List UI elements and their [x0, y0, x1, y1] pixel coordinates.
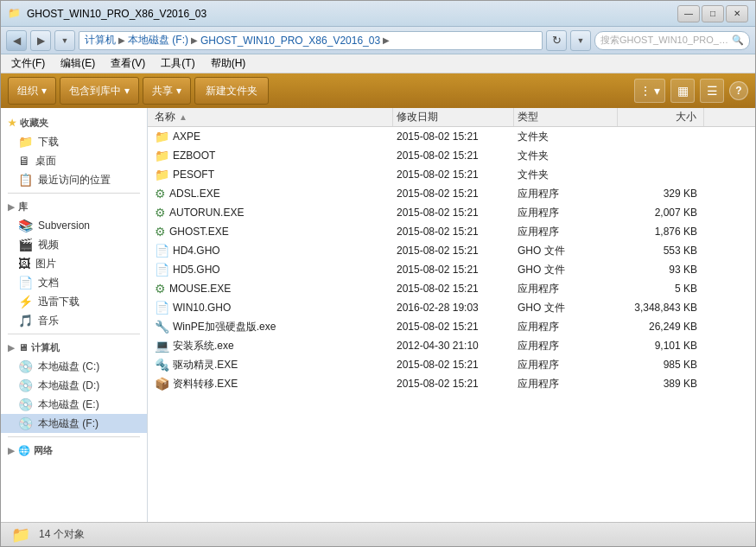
- share-label: 共享: [152, 84, 173, 99]
- new-folder-button[interactable]: 新建文件夹: [194, 77, 269, 105]
- file-type-cell: 应用程序: [514, 187, 618, 201]
- table-row[interactable]: 📁 PESOFT 2015-08-02 15:21 文件夹: [148, 165, 755, 184]
- video-icon: 🎬: [18, 238, 33, 251]
- file-icon: 📁: [155, 168, 169, 181]
- organize-label: 组织: [17, 84, 38, 99]
- close-button[interactable]: ✕: [726, 5, 748, 22]
- search-bar[interactable]: 搜索GHOST_WIN10_PRO_X86_V2016_... 🔍: [594, 31, 750, 50]
- sidebar-item-drive-e[interactable]: 💿 本地磁盘 (E:): [1, 395, 147, 414]
- sidebar-item-video[interactable]: 🎬 视频: [1, 235, 147, 254]
- view-details-button[interactable]: ☰: [700, 79, 724, 103]
- breadcrumb-drive[interactable]: 本地磁盘 (F:): [128, 33, 188, 48]
- file-size-cell: 9,101 KB: [618, 340, 704, 352]
- sidebar-computer-header[interactable]: ▶ 🖥 计算机: [1, 338, 147, 357]
- col-header-name[interactable]: 名称 ▲: [151, 108, 393, 126]
- recent-locations-button[interactable]: ▼: [54, 30, 75, 51]
- file-icon: 📁: [155, 130, 169, 143]
- file-type-cell: 文件夹: [514, 130, 618, 144]
- table-row[interactable]: 📄 HD5.GHO 2015-08-02 15:21 GHO 文件 93 KB: [148, 260, 755, 279]
- menu-bar: 文件(F) 编辑(E) 查看(V) 工具(T) 帮助(H): [1, 54, 755, 73]
- sidebar-divider-2: [8, 334, 140, 334]
- menu-help[interactable]: 帮助(H): [204, 54, 253, 73]
- sidebar-item-documents[interactable]: 📄 文档: [1, 273, 147, 292]
- disk-e-icon: 💿: [18, 398, 33, 411]
- table-row[interactable]: 📁 EZBOOT 2015-08-02 15:21 文件夹: [148, 146, 755, 165]
- file-icon: 🔧: [155, 320, 169, 334]
- file-name-cell: 💻 安装系统.exe: [151, 339, 393, 353]
- file-icon: ⚙: [155, 225, 166, 239]
- table-row[interactable]: 📦 资料转移.EXE 2015-08-02 15:21 应用程序 389 KB: [148, 374, 755, 393]
- sidebar-network-header[interactable]: ▶ 🌐 网络: [1, 441, 147, 460]
- file-name-cell: 📁 PESOFT: [151, 168, 393, 181]
- table-row[interactable]: 📄 WIN10.GHO 2016-02-28 19:03 GHO 文件 3,34…: [148, 298, 755, 317]
- table-row[interactable]: ⚙ MOUSE.EXE 2015-08-02 15:21 应用程序 5 KB: [148, 279, 755, 298]
- search-icon[interactable]: 🔍: [732, 35, 744, 46]
- sidebar-item-subversion[interactable]: 📚 Subversion: [1, 216, 147, 235]
- help-button[interactable]: ?: [729, 81, 748, 100]
- table-row[interactable]: 🔩 驱动精灵.EXE 2015-08-02 15:21 应用程序 985 KB: [148, 355, 755, 374]
- previous-locations-button[interactable]: ▼: [570, 30, 591, 51]
- sidebar: ★ 收藏夹 📁 下载 🖥 桌面 📋 最近访问的位置: [1, 108, 148, 522]
- table-row[interactable]: 📄 HD4.GHO 2015-08-02 15:21 GHO 文件 553 KB: [148, 241, 755, 260]
- breadcrumb-computer[interactable]: 计算机: [85, 33, 116, 48]
- file-icon: ⚙: [155, 206, 166, 219]
- file-size-cell: 3,348,843 KB: [618, 302, 704, 314]
- file-icon: 💻: [155, 339, 169, 353]
- file-name-cell: 📄 HD5.GHO: [151, 263, 393, 277]
- sidebar-favorites-header[interactable]: ★ 收藏夹: [1, 113, 147, 132]
- folder-icon: 📁: [18, 135, 33, 149]
- maximize-button[interactable]: □: [702, 5, 724, 22]
- menu-edit[interactable]: 编辑(E): [54, 54, 102, 73]
- file-date-cell: 2015-08-02 15:21: [393, 207, 514, 219]
- file-list-area: 名称 ▲ 修改日期 类型 大小 📁 AXPE 2015-08-: [148, 108, 755, 522]
- disk-f-icon: 💿: [18, 417, 33, 430]
- back-button[interactable]: ◀: [6, 30, 27, 51]
- share-dropdown-icon: ▾: [176, 85, 181, 97]
- title-bar: 📁 GHOST_WIN10_PRO_X86_V2016_03 — □ ✕: [1, 1, 755, 27]
- organize-button[interactable]: 组织 ▾: [8, 77, 56, 105]
- thunder-icon: ⚡: [18, 295, 33, 308]
- table-row[interactable]: ⚙ ADSL.EXE 2015-08-02 15:21 应用程序 329 KB: [148, 184, 755, 203]
- library-collapse-icon: ▶: [8, 202, 15, 212]
- sidebar-item-pictures[interactable]: 🖼 图片: [1, 254, 147, 273]
- table-row[interactable]: 💻 安装系统.exe 2012-04-30 21:10 应用程序 9,101 K…: [148, 336, 755, 355]
- breadcrumb-current[interactable]: GHOST_WIN10_PRO_X86_V2016_03: [200, 35, 380, 47]
- menu-view[interactable]: 查看(V): [104, 54, 152, 73]
- forward-button[interactable]: ▶: [30, 30, 51, 51]
- table-row[interactable]: ⚙ GHOST.EXE 2015-08-02 15:21 应用程序 1,876 …: [148, 222, 755, 241]
- col-header-type[interactable]: 类型: [514, 108, 618, 126]
- search-placeholder: 搜索GHOST_WIN10_PRO_X86_V2016_...: [600, 34, 732, 47]
- sidebar-library-header[interactable]: ▶ 库: [1, 197, 147, 216]
- col-header-date[interactable]: 修改日期: [393, 108, 514, 126]
- table-row[interactable]: 🔧 WinPE加强硬盘版.exe 2015-08-02 15:21 应用程序 2…: [148, 317, 755, 336]
- minimize-button[interactable]: —: [677, 5, 700, 22]
- menu-file[interactable]: 文件(F): [4, 54, 52, 73]
- share-button[interactable]: 共享 ▾: [143, 77, 191, 105]
- file-type-cell: 应用程序: [514, 339, 618, 353]
- sidebar-item-thunder[interactable]: ⚡ 迅雷下载: [1, 292, 147, 311]
- file-icon: ⚙: [155, 187, 166, 200]
- table-row[interactable]: ⚙ AUTORUN.EXE 2015-08-02 15:21 应用程序 2,00…: [148, 203, 755, 222]
- file-type-cell: GHO 文件: [514, 301, 618, 315]
- desktop-icon: 🖥: [18, 154, 30, 168]
- sidebar-item-drive-d[interactable]: 💿 本地磁盘 (D:): [1, 376, 147, 395]
- sidebar-item-recent[interactable]: 📋 最近访问的位置: [1, 170, 147, 189]
- file-size-cell: 329 KB: [618, 188, 704, 200]
- sidebar-item-music[interactable]: 🎵 音乐: [1, 311, 147, 330]
- sidebar-item-drive-c[interactable]: 💿 本地磁盘 (C:): [1, 357, 147, 376]
- view-options-button[interactable]: ⋮ ▾: [634, 79, 665, 103]
- sidebar-item-download[interactable]: 📁 下载: [1, 132, 147, 151]
- col-header-size[interactable]: 大小: [618, 108, 704, 126]
- include-library-button[interactable]: 包含到库中 ▾: [60, 77, 139, 105]
- menu-tools[interactable]: 工具(T): [154, 54, 201, 73]
- table-row[interactable]: 📁 AXPE 2015-08-02 15:21 文件夹: [148, 127, 755, 146]
- sidebar-item-desktop[interactable]: 🖥 桌面: [1, 151, 147, 170]
- file-size-cell: 93 KB: [618, 264, 704, 276]
- status-count: 14 个对象: [39, 527, 85, 542]
- breadcrumb-bar[interactable]: 计算机 ▶ 本地磁盘 (F:) ▶ GHOST_WIN10_PRO_X86_V2…: [79, 31, 543, 50]
- file-date-cell: 2015-08-02 15:21: [393, 264, 514, 276]
- toolbar-right: ⋮ ▾ ▦ ☰ ?: [634, 79, 748, 103]
- sidebar-item-drive-f[interactable]: 💿 本地磁盘 (F:): [1, 414, 147, 433]
- view-tiles-button[interactable]: ▦: [670, 79, 695, 103]
- refresh-button[interactable]: ↻: [546, 30, 567, 51]
